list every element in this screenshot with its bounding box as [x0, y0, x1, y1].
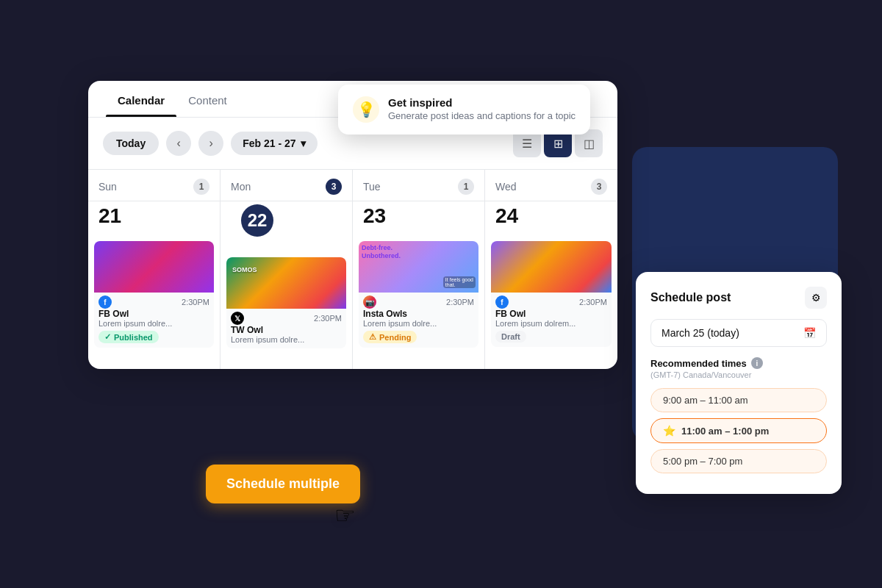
- post-count-wed: 3: [591, 179, 607, 195]
- time-label-3: 5:00 pm – 7:00 pm: [663, 456, 742, 467]
- posts-mon: SOMOS 𝕏 2:30PM TW Owl Lorem ipsum dolre.…: [220, 251, 352, 369]
- schedule-header: Schedule post ⚙: [650, 287, 827, 309]
- post-time: 2:30PM: [446, 298, 474, 306]
- date-sun: 21: [88, 201, 220, 235]
- get-inspired-tooltip: 💡 Get inspired Generate post ideas and c…: [338, 85, 590, 135]
- date-tue: 23: [353, 201, 484, 235]
- recommended-times-header: Recommended times i: [650, 357, 827, 369]
- platform-icon-tw: 𝕏: [231, 312, 244, 325]
- calendar-icon: ◫: [584, 137, 595, 151]
- timezone-label: (GMT-7) Canada/Vancouver: [650, 370, 827, 379]
- post-image-sun: [94, 241, 214, 293]
- post-desc: Lorem ipsum dolre...: [363, 319, 474, 328]
- list-icon: ☰: [522, 137, 532, 151]
- date-wed: 24: [485, 201, 617, 235]
- today-button[interactable]: Today: [103, 132, 159, 155]
- day-header-wed: Wed 3: [485, 170, 617, 201]
- post-image-wed: [491, 241, 612, 293]
- post-name: FB Owl: [495, 309, 607, 319]
- post-time: 2:30PM: [579, 298, 607, 306]
- date-picker[interactable]: March 25 (today) 📅: [650, 319, 827, 347]
- day-column-mon: Mon 3 22 SOMOS 𝕏 2:30PM TW Owl: [220, 170, 353, 369]
- info-icon: i: [751, 357, 763, 369]
- day-header-sun: Sun 1: [88, 170, 220, 201]
- settings-button[interactable]: ⚙: [805, 287, 827, 309]
- tab-calendar[interactable]: Calendar: [106, 81, 176, 117]
- list-item[interactable]: Debt-free.Unbothered. It feels goodthat.…: [359, 241, 478, 348]
- chevron-down-icon: ▾: [301, 137, 306, 149]
- get-inspired-title: Get inspired: [388, 96, 576, 109]
- schedule-post-panel: Schedule post ⚙ March 25 (today) 📅 Recom…: [636, 272, 842, 494]
- posts-tue: Debt-free.Unbothered. It feels goodthat.…: [353, 235, 484, 354]
- platform-icon-fb: f: [495, 295, 509, 309]
- post-image-tue: Debt-free.Unbothered. It feels goodthat.: [359, 241, 478, 293]
- time-slot-1[interactable]: 9:00 am – 11:00 am: [650, 388, 827, 412]
- debt-text: Debt-free.Unbothered.: [362, 244, 401, 260]
- posts-wed: f 2:30PM FB Owl Lorem ipsum dolrem... Dr…: [485, 235, 617, 353]
- status-badge: ⚠ Pending: [363, 331, 417, 343]
- list-item[interactable]: f 2:30PM FB Owl Lorem ipsum dolrem... Dr…: [491, 241, 612, 347]
- day-header-tue: Tue 1: [353, 170, 484, 201]
- next-button[interactable]: ›: [198, 131, 223, 156]
- star-icon: ⭐: [663, 425, 675, 437]
- day-column-sun: Sun 1 21 f 2:30PM FB Owl Lorem ipsum dol…: [88, 170, 220, 369]
- status-badge: ✓ Published: [98, 331, 159, 343]
- tab-content[interactable]: Content: [176, 81, 239, 117]
- warning-icon: ⚠: [369, 332, 376, 342]
- bulb-icon: 💡: [353, 96, 379, 123]
- get-inspired-desc: Generate post ideas and captions for a t…: [388, 110, 576, 121]
- post-count-sun: 1: [193, 179, 209, 195]
- post-count-mon: 3: [326, 179, 342, 195]
- grid-icon: ⊞: [553, 137, 563, 151]
- day-name-mon: Mon: [231, 181, 251, 193]
- gear-icon: ⚙: [811, 292, 821, 304]
- calendar-icon: 📅: [803, 327, 816, 339]
- time-slot-2[interactable]: ⭐ 11:00 am – 1:00 pm: [650, 418, 827, 443]
- post-desc: Lorem ipsum dolre...: [98, 319, 209, 328]
- date-range-button[interactable]: Feb 21 - 27 ▾: [231, 132, 317, 155]
- post-name: Insta Owls: [363, 309, 474, 319]
- time-label-1: 9:00 am – 11:00 am: [663, 395, 748, 406]
- list-item[interactable]: f 2:30PM FB Owl Lorem ipsum dolre... ✓ P…: [94, 241, 214, 348]
- calendar-grid: Sun 1 21 f 2:30PM FB Owl Lorem ipsum dol…: [88, 169, 617, 369]
- day-name-wed: Wed: [495, 181, 517, 193]
- post-image-mon: SOMOS: [226, 257, 346, 309]
- status-badge: Draft: [495, 331, 526, 343]
- date-mon: 22: [241, 204, 273, 237]
- post-count-tue: 1: [458, 179, 474, 195]
- platform-icon-fb: f: [98, 295, 112, 309]
- day-header-mon: Mon 3: [220, 170, 352, 201]
- cursor: ☞: [334, 501, 356, 529]
- schedule-multiple-button[interactable]: Schedule multiple: [206, 465, 360, 503]
- post-desc: Lorem ipsum dolrem...: [495, 319, 607, 328]
- post-desc: Lorem ipsum dolre...: [231, 335, 342, 344]
- check-icon: ✓: [104, 332, 111, 342]
- day-name-tue: Tue: [363, 181, 381, 193]
- time-label-2: 11:00 am – 1:00 pm: [681, 426, 769, 437]
- prev-button[interactable]: ‹: [166, 131, 191, 156]
- day-column-tue: Tue 1 23 Debt-free.Unbothered. It feels …: [353, 170, 485, 369]
- time-slot-3[interactable]: 5:00 pm – 7:00 pm: [650, 449, 827, 473]
- post-name: TW Owl: [231, 325, 342, 335]
- posts-sun: f 2:30PM FB Owl Lorem ipsum dolre... ✓ P…: [88, 235, 220, 354]
- post-time: 2:30PM: [314, 314, 342, 323]
- date-value: March 25 (today): [662, 327, 739, 339]
- post-time: 2:30PM: [182, 298, 209, 306]
- list-item[interactable]: SOMOS 𝕏 2:30PM TW Owl Lorem ipsum dolre.…: [226, 257, 346, 348]
- day-column-wed: Wed 3 24 f 2:30PM FB Owl Lorem ipsum dol…: [485, 170, 617, 369]
- post-name: FB Owl: [98, 309, 209, 319]
- day-name-sun: Sun: [98, 181, 117, 193]
- platform-icon-ig: 📷: [363, 295, 376, 309]
- schedule-title: Schedule post: [650, 291, 731, 304]
